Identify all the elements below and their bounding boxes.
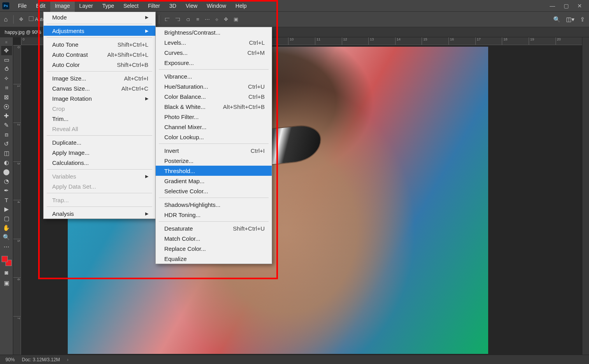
- adjustments-menu-item-equalize[interactable]: Equalize: [156, 254, 272, 264]
- adjustments-menu-item-channel-mixer[interactable]: Channel Mixer...: [156, 122, 272, 132]
- menu-file[interactable]: File: [13, 0, 32, 12]
- foreground-color[interactable]: [2, 256, 8, 262]
- menu-help[interactable]: Help: [231, 0, 251, 12]
- image-menu-item-mode[interactable]: Mode▶: [44, 12, 155, 22]
- adjustments-menu-item-hue-saturation[interactable]: Hue/Saturation...Ctrl+U: [156, 81, 272, 91]
- adjustments-menu-item-gradient-map[interactable]: Gradient Map...: [156, 176, 272, 186]
- adjustments-menu-item-curves[interactable]: Curves...Ctrl+M: [156, 47, 272, 58]
- history-brush-tool[interactable]: ↺: [1, 139, 12, 149]
- align-right-icon[interactable]: ⫏: [186, 16, 191, 22]
- menu-filter[interactable]: Filter: [143, 0, 165, 12]
- distribute-icon[interactable]: ≡: [196, 16, 199, 22]
- menu-item-label: Desaturate: [164, 225, 221, 232]
- toolbox-grip[interactable]: ≡: [1, 40, 12, 44]
- 3d-mode-icon[interactable]: ⟐: [215, 16, 218, 22]
- adjustments-menu-item-match-color[interactable]: Match Color...: [156, 233, 272, 243]
- document-info[interactable]: Doc: 3.12M/3.12M: [22, 357, 60, 362]
- image-menu-item-apply-image[interactable]: Apply Image...: [44, 147, 155, 158]
- adjustments-menu-item-shadows-highlights[interactable]: Shadows/Highlights...: [156, 200, 272, 210]
- marquee-tool[interactable]: ▭: [1, 55, 12, 65]
- adjustments-menu-item-desaturate[interactable]: DesaturateShift+Ctrl+U: [156, 223, 272, 233]
- adjustments-menu-item-black-white[interactable]: Black & White...Alt+Shift+Ctrl+B: [156, 102, 272, 112]
- close-icon[interactable]: ✕: [577, 3, 582, 9]
- image-menu-item-image-size[interactable]: Image Size...Alt+Ctrl+I: [44, 73, 155, 83]
- menu-layer[interactable]: Layer: [75, 0, 98, 12]
- pivot-icon[interactable]: ✥: [224, 16, 228, 22]
- color-swatch[interactable]: [2, 256, 12, 266]
- lasso-tool[interactable]: ⥀: [1, 65, 12, 74]
- menu-3d[interactable]: 3D: [165, 0, 181, 12]
- adjustments-menu-item-color-balance[interactable]: Color Balance...Ctrl+B: [156, 91, 272, 102]
- blur-tool[interactable]: ⬤: [1, 167, 12, 177]
- image-menu-item-calculations[interactable]: Calculations...: [44, 158, 155, 168]
- menu-type[interactable]: Type: [98, 0, 119, 12]
- image-menu-item-analysis[interactable]: Analysis▶: [44, 208, 155, 219]
- screenmode-icon[interactable]: ▣: [1, 278, 12, 288]
- zoom-tool[interactable]: 🔍: [1, 233, 12, 242]
- healing-tool[interactable]: ✚: [1, 111, 12, 121]
- adjustments-menu-item-levels[interactable]: Levels...Ctrl+L: [156, 37, 272, 47]
- search-icon[interactable]: 🔍: [553, 16, 561, 23]
- adjustments-menu-item-replace-color[interactable]: Replace Color...: [156, 243, 272, 254]
- wand-tool[interactable]: ✧: [1, 74, 12, 83]
- adjustments-menu-item-threshold[interactable]: Threshold...: [156, 166, 272, 176]
- dodge-tool[interactable]: ◔: [1, 177, 12, 186]
- align-left-icon[interactable]: ⫍: [165, 16, 170, 22]
- workspace-icon[interactable]: ◫▾: [566, 16, 575, 23]
- align-center-icon[interactable]: ⫎: [175, 16, 180, 22]
- adjustments-menu-item-invert[interactable]: InvertCtrl+I: [156, 145, 272, 156]
- zoom-level[interactable]: 90%: [5, 357, 15, 362]
- image-menu-item-trim[interactable]: Trim...: [44, 114, 155, 124]
- image-menu-item-duplicate[interactable]: Duplicate...: [44, 137, 155, 147]
- right-panel-dock[interactable]: [582, 37, 589, 355]
- adjustments-menu-item-photo-filter[interactable]: Photo Filter...: [156, 112, 272, 122]
- menu-window[interactable]: Window: [202, 0, 231, 12]
- image-menu-item-auto-tone[interactable]: Auto ToneShift+Ctrl+L: [44, 39, 155, 49]
- eyedropper-tool[interactable]: ⦿: [1, 102, 12, 111]
- type-tool[interactable]: T: [1, 195, 12, 205]
- move-tool-icon[interactable]: ✥: [19, 16, 23, 22]
- path-select-tool[interactable]: ▶: [1, 205, 12, 214]
- minimize-icon[interactable]: —: [550, 3, 555, 9]
- adjustments-menu-item-hdr-toning[interactable]: HDR Toning...: [156, 210, 272, 220]
- home-icon[interactable]: ⌂: [4, 16, 8, 23]
- menu-item-label: Image Rotation: [52, 95, 134, 102]
- maximize-icon[interactable]: ▢: [564, 3, 569, 9]
- menu-edit[interactable]: Edit: [32, 0, 50, 12]
- menu-item-label: Exposure...: [164, 60, 265, 66]
- image-menu-item-image-rotation[interactable]: Image Rotation▶: [44, 93, 155, 103]
- menu-item-label: Photo Filter...: [164, 114, 265, 120]
- frame-tool[interactable]: ⊠: [1, 93, 12, 102]
- brush-tool[interactable]: ✎: [1, 121, 12, 130]
- menu-separator: [47, 24, 152, 24]
- menu-item-label: Shadows/Highlights...: [164, 201, 265, 208]
- chevron-right-icon[interactable]: ›: [67, 357, 69, 362]
- image-menu-item-auto-contrast[interactable]: Auto ContrastAlt+Shift+Ctrl+L: [44, 49, 155, 60]
- eraser-tool[interactable]: ◫: [1, 149, 12, 158]
- share-icon[interactable]: ⇪: [580, 16, 585, 23]
- adjustments-menu-item-brightness-contrast[interactable]: Brightness/Contrast...: [156, 27, 272, 37]
- image-menu-item-adjustments[interactable]: Adjustments▶: [44, 26, 155, 36]
- camera-icon[interactable]: ▣: [234, 16, 238, 22]
- pen-tool[interactable]: ✒: [1, 186, 12, 195]
- more-align-icon[interactable]: ⋯: [205, 16, 210, 22]
- more-tool[interactable]: ⋯: [1, 242, 12, 251]
- image-menu-item-canvas-size[interactable]: Canvas Size...Alt+Ctrl+C: [44, 83, 155, 93]
- adjustments-menu-item-color-lookup[interactable]: Color Lookup...: [156, 132, 272, 142]
- adjustments-menu-item-exposure[interactable]: Exposure...: [156, 58, 272, 68]
- menu-view[interactable]: View: [181, 0, 202, 12]
- adjustments-menu-item-vibrance[interactable]: Vibrance...: [156, 71, 272, 81]
- image-menu-item-auto-color[interactable]: Auto ColorShift+Ctrl+B: [44, 60, 155, 70]
- gradient-tool[interactable]: ◐: [1, 158, 12, 167]
- menu-item-label: Variables: [52, 173, 134, 180]
- adjustments-menu-item-posterize[interactable]: Posterize...: [156, 156, 272, 166]
- crop-tool[interactable]: ⌗: [1, 83, 12, 93]
- stamp-tool[interactable]: ⧈: [1, 130, 12, 139]
- menu-select[interactable]: Select: [119, 0, 143, 12]
- adjustments-menu-item-selective-color[interactable]: Selective Color...: [156, 186, 272, 196]
- quickmask-icon[interactable]: ◙: [1, 268, 12, 277]
- hand-tool[interactable]: ✋: [1, 223, 12, 233]
- menu-image[interactable]: Image: [50, 0, 75, 12]
- move-tool[interactable]: ✥: [1, 46, 12, 55]
- shape-tool[interactable]: ▢: [1, 214, 12, 223]
